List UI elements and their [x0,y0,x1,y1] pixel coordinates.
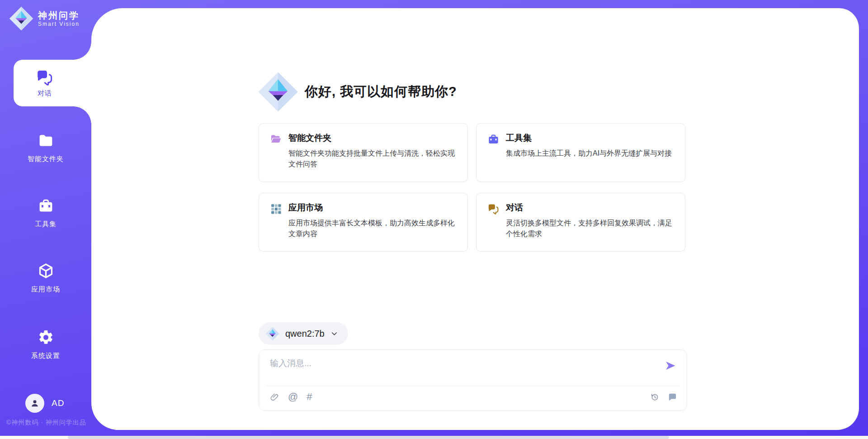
sidebar-item-label: 系统设置 [0,352,91,360]
card-description: 灵活切换多模型文件，支持多样回复效果调试，满足个性化需求 [506,218,675,239]
toolbox-icon [487,133,500,181]
greeting-diamond-icon [258,72,298,112]
card-description: 应用市场提供丰富长文本模板，助力高效生成多样化文章内容 [288,218,458,239]
sidebar-item-chat[interactable]: 对话 [14,60,91,106]
user-account[interactable]: AD [25,394,64,413]
brand-diamond-icon [9,6,33,31]
card-title: 应用市场 [288,202,458,214]
sidebar-item-label: 智能文件夹 [0,155,91,163]
sidebar-item-app-market[interactable]: 应用市场 [0,262,91,294]
paperclip-icon [270,392,279,402]
conversation-button[interactable] [667,392,678,402]
chat-duo-icon [36,68,54,86]
message-composer: @ # [259,349,687,411]
cube-icon [38,262,54,279]
history-button[interactable] [649,392,660,402]
history-clock-icon [649,392,660,402]
brand-subtitle: Smart Vision [38,21,80,27]
grid-icon [270,203,282,251]
feature-cards: 智能文件夹 智能文件夹功能支持批量文件上传与清洗，轻松实现文件问答 工具集 集成… [259,123,687,252]
sidebar-item-settings[interactable]: 系统设置 [0,329,91,360]
card-description: 智能文件夹功能支持批量文件上传与清洗，轻松实现文件问答 [288,148,458,170]
attach-button[interactable] [270,392,279,402]
greeting-header: 你好, 我可以如何帮助你? [258,72,457,112]
active-item-bottom-curve [73,106,91,124]
card-title: 智能文件夹 [288,132,458,144]
sidebar-item-smart-folder[interactable]: 智能文件夹 [0,132,91,163]
brand-logo: 神州问学 Smart Vision [9,6,80,31]
sidebar-item-toolset[interactable]: 工具集 [0,197,91,229]
model-diamond-icon [265,327,279,341]
send-button[interactable] [664,359,677,372]
user-initials: AD [52,398,64,408]
app-window: 神州问学 Smart Vision 对话 智能文件夹 工具集 应用市场 系统设置… [0,0,868,439]
card-smart-folder[interactable]: 智能文件夹 智能文件夹功能支持批量文件上传与清洗，轻松实现文件问答 [259,123,468,182]
active-item-top-curve [73,42,91,60]
chat-bubble-icon [667,392,678,402]
copyright-footer: ©神州数码 · 神州问学出品 [6,419,86,427]
composer-tools-right [649,392,678,402]
composer-divider [266,386,679,386]
folder-open-icon [270,133,282,181]
model-selector[interactable]: qwen2:7b [259,322,348,345]
sidebar-item-label: 对话 [38,89,52,98]
card-chat[interactable]: 对话 灵活切换多模型文件，支持多样回复效果调试，满足个性化需求 [476,193,685,252]
gear-icon [38,329,54,346]
card-title: 对话 [506,202,675,214]
card-title: 工具集 [506,132,672,144]
chevron-down-icon [330,330,338,338]
card-app-market[interactable]: 应用市场 应用市场提供丰富长文本模板，助力高效生成多样化文章内容 [259,193,468,252]
sidebar-item-label: 应用市场 [0,285,91,294]
greeting-title: 你好, 我可以如何帮助你? [305,83,457,101]
horizontal-scrollbar[interactable] [0,436,868,439]
chat-duo-icon [487,203,500,251]
send-icon [664,359,677,372]
brand-name: 神州问学 [38,10,80,21]
folder-icon [38,132,54,149]
message-input[interactable] [270,358,645,381]
sidebar-item-label: 工具集 [0,220,91,229]
person-icon [29,397,41,409]
card-toolset[interactable]: 工具集 集成市场上主流工具，助力AI与外界无缝扩展与对接 [476,123,685,182]
composer-tools-left: @ # [270,392,312,402]
card-description: 集成市场上主流工具，助力AI与外界无缝扩展与对接 [506,148,672,159]
mention-button[interactable]: @ [288,392,298,402]
hashtag-button[interactable]: # [307,392,312,402]
model-name: qwen2:7b [285,329,325,339]
avatar [25,394,44,413]
toolbox-icon [38,197,54,214]
scrollbar-thumb[interactable] [68,436,669,439]
